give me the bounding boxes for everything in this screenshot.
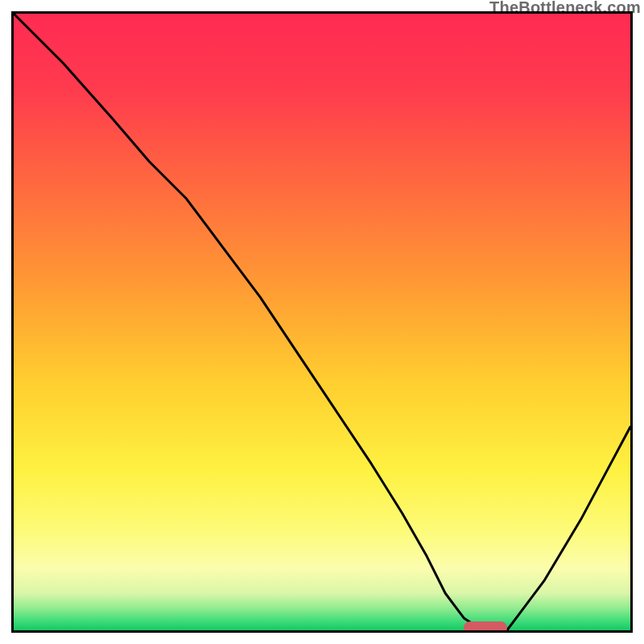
plot-area — [11, 11, 633, 633]
optimal-marker — [464, 621, 507, 633]
bottleneck-chart: TheBottleneck.com — [0, 0, 644, 644]
bottleneck-curve — [14, 14, 630, 630]
